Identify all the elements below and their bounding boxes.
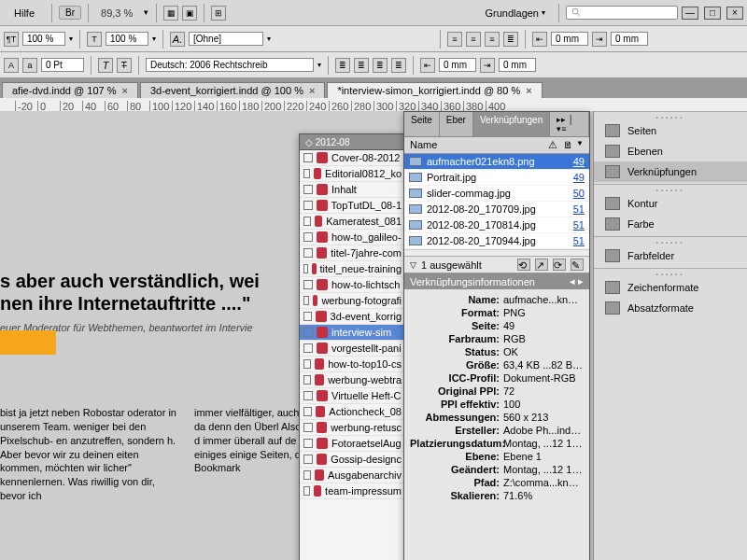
book-item[interactable]: Actioncheck_08 xyxy=(300,404,405,420)
dock-panel-item[interactable]: Absatzformate xyxy=(594,298,747,318)
document-tab[interactable]: afie-dvd.indd @ 107 %× xyxy=(2,82,138,98)
book-item[interactable]: how-to-lichtsch xyxy=(300,277,405,293)
book-item[interactable]: vorgestellt-pani xyxy=(300,341,405,357)
book-item[interactable]: Virtuelle Heft-C xyxy=(300,388,405,404)
baseline-shift[interactable]: 0 Pt xyxy=(41,58,84,72)
link-page[interactable]: 49 xyxy=(573,172,585,183)
link-row[interactable]: 2012-08-20_170814.jpg51 xyxy=(404,217,589,233)
menu-help[interactable]: Hilfe xyxy=(4,4,45,22)
checkbox[interactable] xyxy=(303,264,308,273)
window-minimize[interactable]: — xyxy=(682,7,698,20)
checkbox[interactable] xyxy=(303,169,310,178)
justify-left-icon[interactable]: ≣ xyxy=(354,58,369,73)
checkbox[interactable] xyxy=(303,280,313,289)
dock-panel-item[interactable]: Ebenen xyxy=(594,141,747,161)
justify-right-icon[interactable]: ≣ xyxy=(391,58,406,73)
arrange-documents-icon[interactable]: ⊞ xyxy=(211,6,226,21)
char-style-select[interactable]: [Ohne] xyxy=(189,32,263,46)
para-formatting-icon[interactable]: A xyxy=(4,58,19,73)
book-item[interactable]: interview-sim xyxy=(300,325,405,341)
update-link-icon[interactable]: ⟳ xyxy=(553,259,566,271)
page-column-icon[interactable]: 🗎 xyxy=(563,139,573,151)
justify-center-icon[interactable]: ≣ xyxy=(373,58,388,73)
italic-t-icon[interactable]: T xyxy=(98,58,113,73)
link-page[interactable]: 51 xyxy=(573,235,585,246)
checkbox[interactable] xyxy=(303,153,313,162)
baseline-shift-icon[interactable]: a xyxy=(22,58,37,73)
book-item[interactable]: Gossip-designc xyxy=(300,452,405,468)
dock-panel-item[interactable]: Seiten xyxy=(594,120,747,141)
book-item[interactable]: how-to_galileo- xyxy=(300,230,405,245)
link-page[interactable]: 50 xyxy=(573,188,585,199)
checkbox[interactable] xyxy=(303,455,313,464)
panel-tab[interactable]: Seite xyxy=(404,112,440,136)
checkbox[interactable] xyxy=(303,486,310,496)
last-indent-icon[interactable]: ⇥ xyxy=(480,58,495,73)
strikethrough-icon[interactable]: T̶ xyxy=(117,58,132,73)
language-select[interactable]: Deutsch: 2006 Rechtschreib xyxy=(146,58,314,72)
first-indent-icon[interactable]: ⇤ xyxy=(420,58,435,73)
panel-tab[interactable]: Eber xyxy=(440,112,473,136)
checkbox[interactable] xyxy=(303,391,313,400)
link-page[interactable]: 51 xyxy=(573,219,585,231)
char-style-icon[interactable]: A. xyxy=(170,32,185,47)
book-item[interactable]: Cover-08-2012 xyxy=(300,150,405,166)
checkbox[interactable] xyxy=(303,407,312,416)
link-page[interactable]: 49 xyxy=(573,156,585,167)
book-item[interactable]: titel_neue-training xyxy=(300,261,405,277)
book-item[interactable]: how-to-top10-cs xyxy=(300,357,405,372)
first-indent[interactable]: 0 mm xyxy=(439,58,476,72)
indent-left-icon[interactable]: ⇤ xyxy=(532,32,547,47)
checkbox[interactable] xyxy=(303,312,312,321)
align-center-icon[interactable]: ≡ xyxy=(466,32,481,47)
book-panel[interactable]: ◇ 2012-08 Cover-08-2012Editorial0812_koI… xyxy=(299,133,406,560)
document-tab[interactable]: 3d-event_korrigiert.indd @ 100 %× xyxy=(140,82,325,98)
book-item[interactable]: titel-7jahre-com xyxy=(300,245,405,261)
checkbox[interactable] xyxy=(303,232,313,242)
links-col-name[interactable]: Name xyxy=(410,139,437,151)
edit-original-icon[interactable]: ✎ xyxy=(571,259,584,271)
panel-collapse-icon[interactable]: ▸▸ │ ▾≡ xyxy=(550,112,589,136)
close-tab-icon[interactable]: × xyxy=(526,85,531,96)
checkbox[interactable] xyxy=(303,423,313,432)
window-maximize[interactable]: □ xyxy=(704,7,721,20)
workspace-switcher[interactable]: Grundlagen ▾ xyxy=(479,6,553,21)
book-item[interactable]: Inhalt xyxy=(300,182,405,198)
vertical-scale[interactable]: 100 % xyxy=(106,32,148,46)
indent-right[interactable]: 0 mm xyxy=(611,32,648,46)
underline-icon[interactable]: T xyxy=(87,32,102,47)
checkbox[interactable] xyxy=(303,343,313,353)
book-item[interactable]: werbung-fotografi xyxy=(300,293,405,309)
checkbox[interactable] xyxy=(303,185,313,194)
horizontal-scale[interactable]: 100 % xyxy=(22,32,65,46)
link-row[interactable]: slider-commag.jpg50 xyxy=(404,186,589,202)
book-item[interactable]: TopTutDL_08-1 xyxy=(300,198,405,214)
checkbox[interactable] xyxy=(303,375,311,385)
char-formatting-icon[interactable]: ¶T xyxy=(4,32,19,47)
link-row[interactable]: Portrait.jpg49 xyxy=(404,170,589,186)
book-panel-header[interactable]: ◇ 2012-08 xyxy=(300,134,405,150)
indent-right-icon[interactable]: ⇥ xyxy=(592,32,607,47)
align-left-icon[interactable]: ≡ xyxy=(447,32,462,47)
book-item[interactable]: Kameratest_081 xyxy=(300,214,405,230)
dock-panel-item[interactable]: Zeichenformate xyxy=(594,277,747,298)
close-tab-icon[interactable]: × xyxy=(309,85,315,96)
links-panel[interactable]: SeiteEberVerknüpfungen▸▸ │ ▾≡ Name ⚠ 🗎 ▼… xyxy=(403,111,590,560)
zoom-level[interactable]: 89,3 % xyxy=(95,7,138,19)
dock-panel-item[interactable]: Verknüpfungen xyxy=(594,161,747,182)
warning-column-icon[interactable]: ⚠ xyxy=(548,139,557,151)
checkbox[interactable] xyxy=(303,359,311,369)
dock-panel-item[interactable]: Farbfelder xyxy=(594,245,747,266)
dock-panel-item[interactable]: Kontur xyxy=(594,193,747,214)
bridge-button[interactable]: Br xyxy=(59,6,81,20)
link-page[interactable]: 51 xyxy=(573,203,585,215)
panel-tab[interactable]: Verknüpfungen xyxy=(473,112,550,136)
link-row[interactable]: 2012-08-20_170944.jpg51 xyxy=(404,233,589,249)
indent-left[interactable]: 0 mm xyxy=(551,32,588,46)
checkbox[interactable] xyxy=(303,217,311,226)
checkbox[interactable] xyxy=(303,470,311,480)
scrollbar-horizontal[interactable] xyxy=(404,249,589,257)
align-right-icon[interactable]: ≡ xyxy=(485,32,500,47)
book-item[interactable]: werbung-retusc xyxy=(300,420,405,436)
checkbox[interactable] xyxy=(303,201,313,210)
